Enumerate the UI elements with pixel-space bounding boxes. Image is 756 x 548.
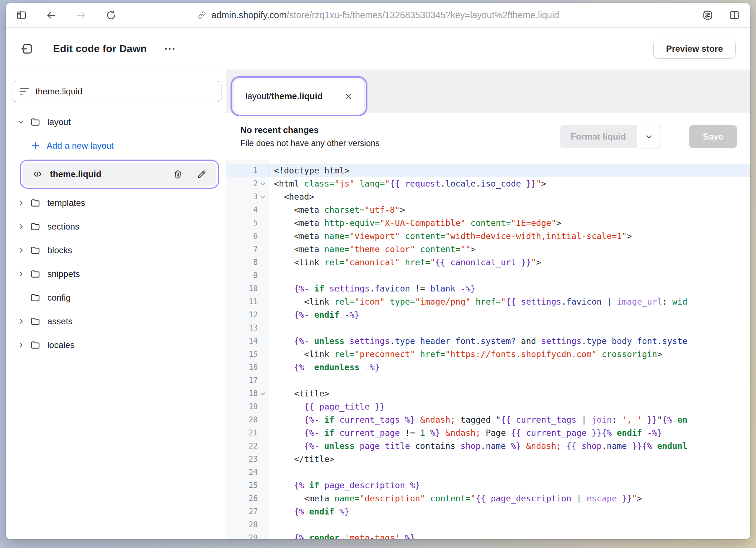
fold-caret-icon[interactable] bbox=[258, 387, 267, 400]
file-sidebar: layoutAdd a new layouttheme.liquidtempla… bbox=[6, 70, 226, 539]
code-line-13[interactable]: 13 bbox=[226, 321, 750, 334]
line-number[interactable]: 11 bbox=[226, 295, 269, 308]
code-line-1[interactable]: 1<!doctype html> bbox=[226, 164, 750, 177]
code-content bbox=[269, 518, 274, 531]
code-line-17[interactable]: 17 bbox=[226, 374, 750, 387]
fold-caret-icon[interactable] bbox=[258, 190, 267, 203]
line-number[interactable]: 18 bbox=[226, 387, 269, 400]
line-number[interactable]: 5 bbox=[226, 216, 269, 230]
line-number[interactable]: 27 bbox=[226, 505, 269, 518]
line-number[interactable]: 4 bbox=[226, 203, 269, 216]
line-number[interactable]: 20 bbox=[226, 413, 269, 426]
forward-arrow-icon[interactable] bbox=[76, 10, 87, 21]
folder-item-sections[interactable]: sections bbox=[12, 215, 221, 238]
folder-item-assets[interactable]: assets bbox=[12, 309, 221, 333]
format-liquid-button[interactable]: Format liquid bbox=[560, 125, 637, 148]
more-actions-icon[interactable] bbox=[164, 43, 176, 55]
code-line-28[interactable]: 28 bbox=[226, 518, 750, 531]
line-number[interactable]: 16 bbox=[226, 361, 269, 374]
tab-layout-theme-liquid[interactable]: layout/theme.liquid bbox=[234, 79, 364, 113]
format-options-button[interactable] bbox=[637, 125, 661, 148]
line-number[interactable]: 24 bbox=[226, 466, 269, 479]
code-line-18[interactable]: 18 <title> bbox=[226, 387, 750, 400]
code-line-20[interactable]: 20 {%- if current_tags %} &ndash; tagged… bbox=[226, 413, 750, 426]
reload-icon[interactable] bbox=[106, 10, 117, 21]
file-search-box[interactable] bbox=[12, 81, 221, 102]
desktop-background: admin.shopify.com/store/rzq1xu-f5/themes… bbox=[0, 0, 756, 548]
line-number[interactable]: 2 bbox=[226, 177, 269, 190]
line-number[interactable]: 26 bbox=[226, 492, 269, 505]
line-number[interactable]: 14 bbox=[226, 334, 269, 348]
preview-store-button[interactable]: Preview store bbox=[653, 39, 736, 59]
code-line-6[interactable]: 6 <meta name="viewport" content="width=d… bbox=[226, 230, 750, 243]
line-number[interactable]: 7 bbox=[226, 243, 269, 256]
code-line-11[interactable]: 11 <link rel="icon" type="image/png" hre… bbox=[226, 295, 750, 308]
line-number[interactable]: 6 bbox=[226, 230, 269, 243]
code-line-26[interactable]: 26 <meta name="description" content="{{ … bbox=[226, 492, 750, 505]
delete-file-icon[interactable] bbox=[173, 169, 183, 180]
folder-item-snippets[interactable]: snippets bbox=[12, 262, 221, 286]
address-bar[interactable]: admin.shopify.com/store/rzq1xu-f5/themes… bbox=[136, 10, 620, 20]
code-line-22[interactable]: 22 {%- unless page_title contains shop.n… bbox=[226, 439, 750, 453]
code-line-25[interactable]: 25 {% if page_description %} bbox=[226, 479, 750, 492]
line-number[interactable]: 13 bbox=[226, 321, 269, 334]
code-line-15[interactable]: 15 <link rel="preconnect" href="https://… bbox=[226, 348, 750, 361]
line-number[interactable]: 1 bbox=[226, 164, 269, 177]
code-content: <link rel="canonical" href="{{ canonical… bbox=[269, 256, 541, 269]
close-tab-icon[interactable] bbox=[344, 92, 353, 101]
exit-editor-icon[interactable] bbox=[20, 42, 34, 55]
code-line-3[interactable]: 3 <head> bbox=[226, 190, 750, 203]
line-number[interactable]: 28 bbox=[226, 518, 269, 531]
line-number[interactable]: 9 bbox=[226, 269, 269, 282]
code-line-5[interactable]: 5 <meta http-equiv="X-UA-Compatible" con… bbox=[226, 216, 750, 230]
code-line-8[interactable]: 8 <link rel="canonical" href="{{ canonic… bbox=[226, 256, 750, 269]
code-line-24[interactable]: 24 bbox=[226, 466, 750, 479]
split-view-icon[interactable] bbox=[729, 9, 740, 21]
chevron-down-icon bbox=[645, 132, 653, 141]
line-number[interactable]: 22 bbox=[226, 439, 269, 453]
folder-item-blocks[interactable]: blocks bbox=[12, 238, 221, 262]
folder-item-locales[interactable]: locales bbox=[12, 333, 221, 357]
add-new-layout-button[interactable]: Add a new layout bbox=[12, 134, 221, 157]
code-line-7[interactable]: 7 <meta name="theme-color" content=""> bbox=[226, 243, 750, 256]
file-search-input[interactable] bbox=[35, 86, 213, 97]
code-line-16[interactable]: 16 {%- endunless -%} bbox=[226, 361, 750, 374]
line-number[interactable]: 15 bbox=[226, 348, 269, 361]
code-line-12[interactable]: 12 {%- endif -%} bbox=[226, 308, 750, 321]
code-line-23[interactable]: 23 </title> bbox=[226, 453, 750, 466]
code-line-21[interactable]: 21 {%- if current_page != 1 %} &ndash; P… bbox=[226, 426, 750, 439]
folder-item-layout[interactable]: layout bbox=[12, 110, 221, 134]
code-content: <title> bbox=[269, 387, 329, 400]
page-settings-icon[interactable] bbox=[702, 9, 713, 21]
action-label: Add a new layout bbox=[47, 141, 114, 151]
code-line-29[interactable]: 29 {% render 'meta-tags' %} bbox=[226, 531, 750, 539]
back-arrow-icon[interactable] bbox=[46, 10, 57, 21]
line-number[interactable]: 25 bbox=[226, 479, 269, 492]
code-line-27[interactable]: 27 {% endif %} bbox=[226, 505, 750, 518]
line-number[interactable]: 8 bbox=[226, 256, 269, 269]
code-line-2[interactable]: 2<html class="js" lang="{{ request.local… bbox=[226, 177, 750, 190]
line-number[interactable]: 3 bbox=[226, 190, 269, 203]
folder-item-config[interactable]: config bbox=[12, 286, 221, 309]
rename-file-icon[interactable] bbox=[196, 169, 207, 180]
folder-item-templates[interactable]: templates bbox=[12, 191, 221, 215]
save-button[interactable]: Save bbox=[689, 125, 737, 148]
sidebar-toggle-icon[interactable] bbox=[16, 10, 27, 21]
line-number[interactable]: 10 bbox=[226, 282, 269, 295]
line-number[interactable]: 23 bbox=[226, 453, 269, 466]
line-number[interactable]: 21 bbox=[226, 426, 269, 439]
line-number[interactable]: 19 bbox=[226, 400, 269, 413]
fold-caret-icon[interactable] bbox=[258, 177, 267, 190]
code-editor[interactable]: 1<!doctype html>2<html class="js" lang="… bbox=[226, 160, 750, 539]
line-number[interactable]: 29 bbox=[226, 531, 269, 539]
code-line-14[interactable]: 14 {%- unless settings.type_header_font.… bbox=[226, 334, 750, 348]
file-item-theme-liquid[interactable]: theme.liquid bbox=[23, 163, 216, 186]
code-line-10[interactable]: 10 {%- if settings.favicon != blank -%} bbox=[226, 282, 750, 295]
line-number[interactable]: 17 bbox=[226, 374, 269, 387]
fold-caret-empty bbox=[258, 203, 267, 216]
code-line-9[interactable]: 9 bbox=[226, 269, 750, 282]
fold-caret-empty bbox=[257, 164, 267, 177]
code-line-4[interactable]: 4 <meta charset="utf-8"> bbox=[226, 203, 750, 216]
code-line-19[interactable]: 19 {{ page_title }} bbox=[226, 400, 750, 413]
line-number[interactable]: 12 bbox=[226, 308, 269, 321]
